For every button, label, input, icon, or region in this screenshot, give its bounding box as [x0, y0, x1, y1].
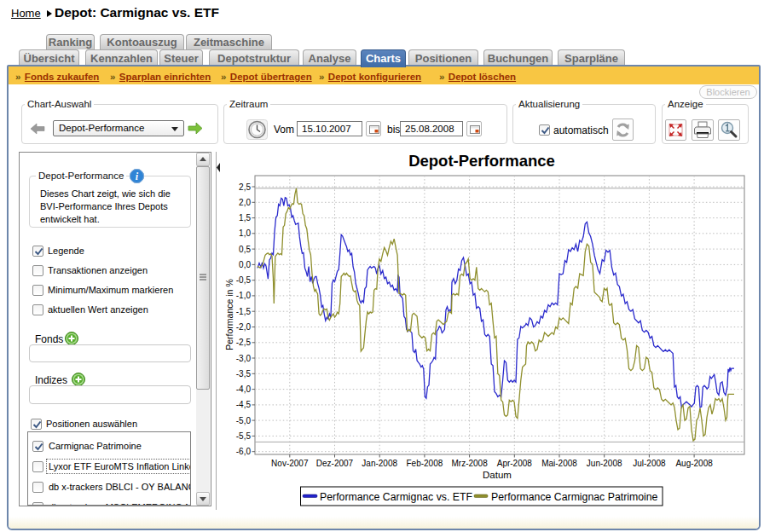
svg-text:Nov-2007: Nov-2007	[271, 459, 309, 468]
svg-text:-1,0: -1,0	[236, 291, 252, 300]
svg-text:-5,0: -5,0	[236, 416, 252, 425]
svg-text:Mrz-2008: Mrz-2008	[451, 459, 488, 468]
svg-text:Feb-2008: Feb-2008	[406, 459, 443, 468]
svg-text:Performance Carmignac vs. ETF: Performance Carmignac vs. ETF	[320, 491, 473, 503]
svg-text:Jan-2008: Jan-2008	[362, 459, 397, 468]
svg-text:Performance in %: Performance in %	[224, 279, 234, 350]
svg-text:-5,5: -5,5	[236, 431, 252, 441]
svg-text:1,5: 1,5	[239, 213, 251, 223]
svg-text:-3,0: -3,0	[236, 354, 252, 363]
svg-text:-4,5: -4,5	[236, 400, 252, 409]
svg-text:Datum: Datum	[483, 470, 512, 480]
svg-text:-2,0: -2,0	[236, 322, 252, 332]
svg-text:-1,5: -1,5	[236, 307, 252, 316]
svg-text:Jul-2008: Jul-2008	[633, 459, 666, 468]
svg-text:Performance Carmignac Patrimoi: Performance Carmignac Patrimoine	[491, 491, 658, 503]
svg-text:1,0: 1,0	[239, 228, 251, 238]
svg-text:Dez-2007: Dez-2007	[316, 459, 354, 468]
svg-text:Aug-2008: Aug-2008	[675, 459, 713, 468]
svg-text:2,5: 2,5	[239, 182, 251, 192]
svg-text:Depot-Performance: Depot-Performance	[408, 152, 555, 170]
svg-text:0,0: 0,0	[239, 260, 251, 269]
svg-text:0,5: 0,5	[239, 245, 251, 254]
svg-text:-3,5: -3,5	[236, 369, 252, 379]
svg-text:2,0: 2,0	[239, 198, 251, 207]
svg-text:-6,0: -6,0	[236, 447, 252, 456]
svg-text:Apr-2008: Apr-2008	[497, 459, 533, 468]
svg-text:-2,5: -2,5	[236, 338, 252, 347]
svg-text:-0,5: -0,5	[236, 275, 252, 285]
svg-text:Jun-2008: Jun-2008	[587, 459, 622, 468]
svg-text:Mai-2008: Mai-2008	[541, 459, 577, 468]
svg-text:-4,0: -4,0	[236, 385, 252, 394]
